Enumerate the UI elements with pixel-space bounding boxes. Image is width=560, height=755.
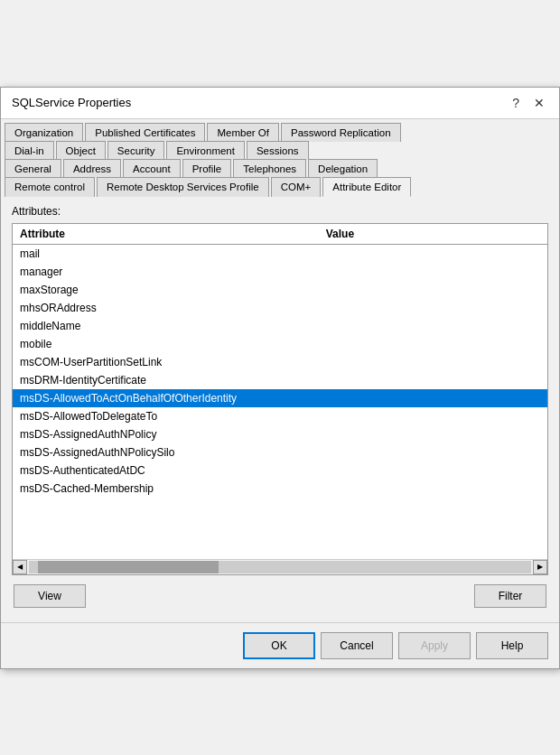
tab-environment[interactable]: Environment xyxy=(166,141,245,160)
cell-attribute: msDS-AllowedToActOnBehalfOfOtherIdentity xyxy=(20,392,322,405)
table-row[interactable]: msDS-AllowedToDelegateTo xyxy=(13,407,547,425)
attributes-label: Attributes: xyxy=(12,205,548,218)
tab-row-3: General Address Account Profile Telephon… xyxy=(5,159,555,177)
tab-row-4: Remote control Remote Desktop Services P… xyxy=(5,177,555,196)
tab-com-plus[interactable]: COM+ xyxy=(271,177,322,197)
cell-value xyxy=(322,284,540,296)
tab-security[interactable]: Security xyxy=(107,141,165,160)
cell-attribute: manager xyxy=(20,266,322,278)
cell-value xyxy=(322,446,540,459)
table-action-buttons: View Filter xyxy=(12,584,548,608)
attributes-table: Attribute Value mailmanagermaxStoragemhs… xyxy=(12,223,548,575)
cell-attribute: msDS-Cached-Membership xyxy=(20,482,322,495)
properties-window: SQLService Properties ? ✕ Organization P… xyxy=(0,87,560,669)
cell-value xyxy=(322,392,540,405)
cell-value xyxy=(322,266,540,278)
help-footer-button[interactable]: Help xyxy=(476,632,548,659)
tab-address[interactable]: Address xyxy=(63,159,121,178)
tab-dial-in[interactable]: Dial-in xyxy=(5,141,54,160)
view-button[interactable]: View xyxy=(14,584,86,608)
tab-remote-desktop-services[interactable]: Remote Desktop Services Profile xyxy=(97,177,269,197)
tab-object[interactable]: Object xyxy=(56,141,106,160)
tab-organization[interactable]: Organization xyxy=(5,123,83,142)
titlebar-controls: ? ✕ xyxy=(509,95,548,111)
apply-button[interactable]: Apply xyxy=(398,632,471,659)
cell-value xyxy=(322,356,540,368)
table-row[interactable]: msDS-Cached-Membership xyxy=(13,480,547,498)
tab-profile[interactable]: Profile xyxy=(182,159,232,178)
tab-password-replication[interactable]: Password Replication xyxy=(281,123,401,142)
table-header: Attribute Value xyxy=(13,224,547,245)
table-row[interactable]: msDS-AssignedAuthNPolicy xyxy=(13,425,547,443)
tab-account[interactable]: Account xyxy=(123,159,181,178)
table-row[interactable]: middleName xyxy=(13,317,547,335)
table-row[interactable]: mhsORAddress xyxy=(13,299,547,317)
cell-attribute: mhsORAddress xyxy=(20,302,322,314)
cell-value xyxy=(322,338,540,350)
filter-button[interactable]: Filter xyxy=(474,584,546,608)
table-row[interactable]: msDRM-IdentityCertificate xyxy=(13,371,547,389)
table-row[interactable]: msDS-AssignedAuthNPolicySilo xyxy=(13,443,547,461)
titlebar: SQLService Properties ? ✕ xyxy=(1,88,559,119)
tab-member-of[interactable]: Member Of xyxy=(207,123,279,142)
cell-value xyxy=(322,247,540,260)
tab-published-certificates[interactable]: Published Certificates xyxy=(85,123,205,142)
table-body[interactable]: mailmanagermaxStoragemhsORAddressmiddleN… xyxy=(13,245,547,559)
table-row[interactable]: mobile xyxy=(13,335,547,353)
cell-attribute: msDS-AuthenticatedAtDC xyxy=(20,464,322,477)
cell-attribute: msDS-AssignedAuthNPolicySilo xyxy=(20,446,322,459)
table-row[interactable]: maxStorage xyxy=(13,281,547,299)
cell-attribute: middleName xyxy=(20,320,322,332)
h-scroll-track[interactable] xyxy=(29,561,531,573)
table-row[interactable]: msDS-AuthenticatedAtDC xyxy=(13,461,547,480)
tab-sessions[interactable]: Sessions xyxy=(247,141,309,160)
table-row[interactable]: msCOM-UserPartitionSetLink xyxy=(13,353,547,371)
cell-attribute: mobile xyxy=(20,338,322,350)
table-row[interactable]: msDS-AllowedToActOnBehalfOfOtherIdentity xyxy=(13,389,547,407)
tab-attribute-editor[interactable]: Attribute Editor xyxy=(322,177,411,197)
footer: OK Cancel Apply Help xyxy=(1,622,559,668)
cell-value xyxy=(322,374,540,387)
cell-attribute: msCOM-UserPartitionSetLink xyxy=(20,356,322,368)
h-scroll-left-arrow[interactable]: ◀ xyxy=(13,560,27,574)
col-header-value: Value xyxy=(326,228,527,240)
help-button[interactable]: ? xyxy=(509,95,523,111)
window-title: SQLService Properties xyxy=(12,96,131,109)
cell-value xyxy=(322,464,540,477)
cell-attribute: maxStorage xyxy=(20,284,322,296)
cell-value xyxy=(322,320,540,332)
col-header-attribute: Attribute xyxy=(20,228,326,240)
tab-row-2: Dial-in Object Security Environment Sess… xyxy=(5,141,555,159)
cell-attribute: msDRM-IdentityCertificate xyxy=(20,374,322,387)
cell-value xyxy=(322,302,540,314)
h-scroll-thumb xyxy=(38,561,219,573)
cancel-button[interactable]: Cancel xyxy=(321,632,393,659)
h-scroll-right-arrow[interactable]: ▶ xyxy=(533,560,547,574)
tab-row-1: Organization Published Certificates Memb… xyxy=(5,123,555,141)
cell-attribute: msDS-AssignedAuthNPolicy xyxy=(20,428,322,441)
tab-remote-control[interactable]: Remote control xyxy=(5,177,95,197)
cell-value xyxy=(322,428,540,441)
cell-attribute: msDS-AllowedToDelegateTo xyxy=(20,410,322,423)
tab-general[interactable]: General xyxy=(5,159,61,178)
cell-value xyxy=(322,482,540,495)
tab-telephones[interactable]: Telephones xyxy=(233,159,306,178)
table-row[interactable]: manager xyxy=(13,263,547,281)
content-area: Attributes: Attribute Value mailmanagerm… xyxy=(1,196,559,617)
horizontal-scrollbar[interactable]: ◀ ▶ xyxy=(13,559,547,574)
ok-button[interactable]: OK xyxy=(243,632,315,659)
tabs-container: Organization Published Certificates Memb… xyxy=(1,119,559,196)
close-button[interactable]: ✕ xyxy=(530,95,548,111)
cell-value xyxy=(322,410,540,423)
cell-attribute: mail xyxy=(20,247,322,260)
tab-delegation[interactable]: Delegation xyxy=(308,159,378,178)
table-row[interactable]: mail xyxy=(13,245,547,263)
